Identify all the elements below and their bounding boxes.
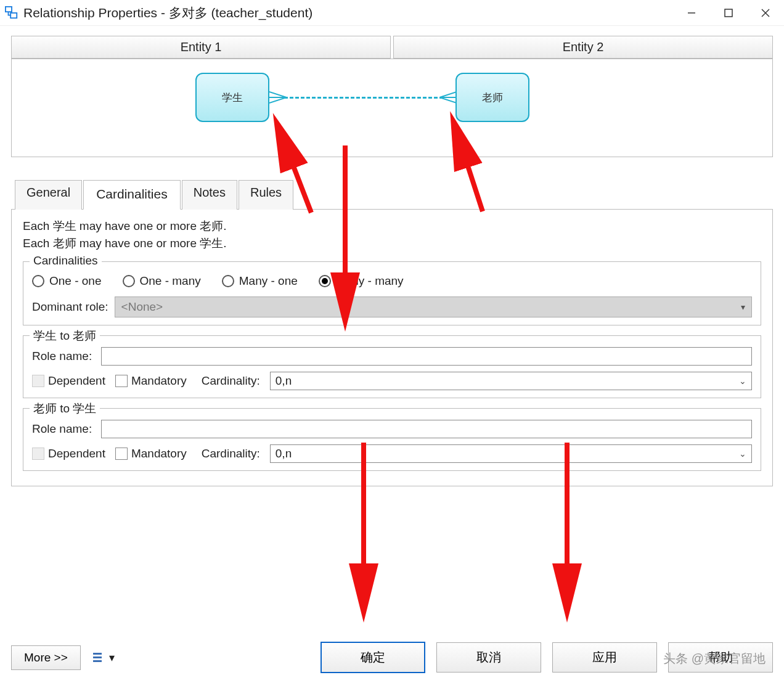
checkbox-label: Mandatory [131,374,187,388]
svg-rect-6 [93,653,102,655]
tab-cardinalities[interactable]: Cardinalities [83,180,181,210]
entity2-header[interactable]: Entity 2 [393,36,773,59]
cardinality-value: 0,n [276,447,292,460]
cardinality-label: Cardinality: [202,447,260,460]
radio-label: Many - one [239,274,298,288]
dominant-role-value: <None> [121,300,163,314]
dialog-footer: More >> ▾ 确定 取消 应用 帮助 [11,642,773,673]
tab-notes[interactable]: Notes [182,180,237,210]
help-button[interactable]: 帮助 [668,642,773,673]
dominant-role-select[interactable]: <None> ▾ [115,297,752,317]
checkbox-label: Mandatory [131,447,187,460]
svg-rect-7 [93,656,102,658]
tabs: General Cardinalities Notes Rules Each 学… [11,179,773,486]
tab-general[interactable]: General [15,180,82,210]
radio-label: One - many [140,274,201,288]
apply-button[interactable]: 应用 [552,642,657,673]
checkbox-label: Dependent [48,374,105,388]
role-b-name-input[interactable] [101,420,752,438]
svg-rect-8 [93,660,102,662]
radio-label: Many - many [336,274,404,288]
dominant-role-label: Dominant role: [32,300,108,314]
svg-rect-3 [725,9,732,17]
more-button[interactable]: More >> [11,645,81,670]
role-a-dependent-checkbox: Dependent [32,374,105,388]
checkbox-label: Dependent [48,447,105,460]
entity-headers: Entity 1 Entity 2 [11,36,773,59]
crowfoot-icon [439,90,457,105]
role-a-mandatory-checkbox[interactable]: Mandatory [115,374,187,388]
cardinalities-fieldset: Cardinalities One - one One - many Many … [23,261,761,325]
window-title: Relationship Properties - 多对多 (teacher_s… [23,4,673,22]
role-a-fieldset: 学生 to 老师 Role name: Dependent Mandatory … [23,335,761,398]
cardinality-value: 0,n [276,374,292,388]
role-b-dependent-checkbox: Dependent [32,447,105,460]
role-b-cardinality-select[interactable]: 0,n ⌄ [270,444,752,463]
chevron-down-icon: ▾ [109,651,115,665]
minimize-button[interactable] [673,0,710,26]
role-a-name-input[interactable] [101,347,752,366]
tab-body: Each 学生 may have one or more 老师. Each 老师… [11,210,773,486]
svg-rect-1 [10,13,17,18]
cardinalities-legend: Cardinalities [30,254,102,268]
ok-button[interactable]: 确定 [321,642,425,673]
role-name-label: Role name: [32,350,96,363]
crowfoot-icon [269,90,287,105]
role-b-fieldset: 老师 to 学生 Role name: Dependent Mandatory … [23,408,761,471]
close-button[interactable] [747,0,784,26]
menu-dropdown-icon[interactable]: ▾ [92,651,115,665]
description-line-2: Each 老师 may have one or more 学生. [23,235,761,252]
titlebar: Relationship Properties - 多对多 (teacher_s… [0,0,784,26]
role-name-label: Role name: [32,422,96,436]
diagram-pane: 学生 老师 [11,59,773,157]
description-line-1: Each 学生 may have one or more 老师. [23,218,761,234]
radio-one-one[interactable]: One - one [32,274,102,288]
role-a-legend: 学生 to 老师 [30,328,100,344]
cardinality-label: Cardinality: [202,374,260,388]
maximize-button[interactable] [710,0,747,26]
entity-box-teacher[interactable]: 老师 [455,73,529,122]
radio-many-one[interactable]: Many - one [222,274,298,288]
radio-one-many[interactable]: One - many [123,274,201,288]
chevron-down-icon: ⌄ [739,376,746,386]
entity1-header[interactable]: Entity 1 [11,36,391,59]
tab-rules[interactable]: Rules [239,180,293,210]
radio-many-many[interactable]: Many - many [319,274,404,288]
chevron-down-icon: ▾ [741,302,745,312]
entity-box-student[interactable]: 学生 [195,73,269,122]
role-b-legend: 老师 to 学生 [30,401,100,417]
cancel-button[interactable]: 取消 [436,642,541,673]
role-a-cardinality-select[interactable]: 0,n ⌄ [270,372,752,390]
radio-label: One - one [49,274,102,288]
relationship-icon [5,6,18,20]
relationship-line [284,97,443,99]
chevron-down-icon: ⌄ [739,449,746,459]
role-b-mandatory-checkbox[interactable]: Mandatory [115,447,187,460]
svg-rect-0 [6,6,12,11]
